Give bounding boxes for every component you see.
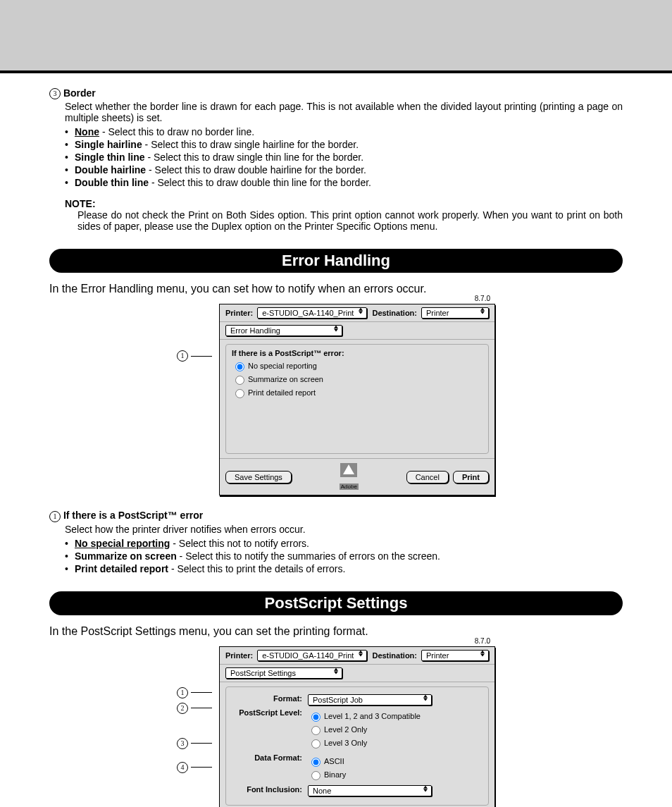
ps-callout-4: 4 — [177, 760, 212, 775]
radio-input[interactable] — [311, 758, 321, 767]
radio-binary[interactable]: Binary — [308, 769, 483, 780]
dialog-version: 8.7.0 — [475, 637, 490, 645]
cancel-button[interactable]: Cancel — [406, 471, 449, 483]
list-item: Double hairline - Select this to draw do… — [65, 164, 623, 175]
menu-select[interactable]: PostScript Settings — [225, 667, 342, 679]
destination-select[interactable]: Printer — [421, 307, 489, 319]
print-button[interactable]: Print — [453, 471, 489, 483]
radio-input[interactable] — [311, 771, 321, 780]
error-item-desc: Select how the printer driver notifies w… — [65, 524, 623, 535]
radio-input[interactable] — [235, 362, 244, 371]
error-group-label: If there is a PostScript™ error: — [232, 349, 483, 357]
border-desc: Select whether the border line is drawn … — [65, 101, 623, 123]
radio-level-2[interactable]: Level 2 Only — [308, 724, 483, 735]
radio-print-detail[interactable]: Print detailed report — [232, 387, 483, 398]
ps-callout-2: 2 — [177, 701, 212, 715]
destination-label: Destination: — [372, 309, 417, 317]
error-dialog: 8.7.0 Printer: e-STUDIO_GA-1140_Print De… — [219, 304, 495, 495]
radio-input[interactable] — [235, 376, 244, 385]
fontinc-select[interactable]: None — [308, 785, 432, 796]
destination-select[interactable]: Printer — [421, 650, 489, 661]
radio-input[interactable] — [235, 389, 244, 398]
ps-callout-1: 1 — [177, 686, 212, 700]
callout-1-marker: 1 — [177, 349, 212, 363]
list-item: Summarize on screen - Select this to not… — [65, 550, 623, 562]
save-settings-button[interactable]: Save Settings — [225, 471, 292, 483]
border-list: None - Select this to draw no border lin… — [49, 126, 623, 188]
adobe-logo: Adobe — [340, 463, 359, 491]
list-item: None - Select this to draw no border lin… — [65, 126, 623, 137]
list-item: No special reporting - Select this not t… — [65, 538, 623, 549]
list-item: Single hairline - Select this to draw si… — [65, 139, 623, 150]
printer-label: Printer: — [225, 651, 253, 660]
list-item: Single thin line - Select this to draw s… — [65, 152, 623, 163]
note-label: NOTE: — [65, 198, 623, 209]
error-item-title: If there is a PostScript™ error — [63, 510, 203, 521]
ps-callout-3: 3 — [177, 737, 212, 751]
list-item: Double thin line - Select this to draw d… — [65, 177, 623, 188]
radio-input[interactable] — [311, 739, 321, 749]
radio-level-3[interactable]: Level 3 Only — [308, 737, 483, 749]
dataformat-label: Data Format: — [232, 753, 308, 762]
radio-input[interactable] — [311, 713, 321, 722]
dialog-version: 8.7.0 — [475, 295, 490, 302]
error-intro: In the Error Handling menu, you can set … — [49, 283, 623, 295]
menu-select[interactable]: Error Handling — [225, 325, 342, 336]
destination-label: Destination: — [372, 651, 417, 660]
radio-input[interactable] — [311, 726, 321, 735]
error-item: 1 If there is a PostScript™ error Select… — [49, 510, 623, 574]
fontinc-label: Font Inclusion: — [232, 785, 308, 794]
format-select[interactable]: PostScript Job — [308, 694, 432, 706]
ps-dialog: 8.7.0 Printer: e-STUDIO_GA-1140_Print De… — [219, 646, 495, 807]
printer-select[interactable]: e-STUDIO_GA-1140_Print — [257, 307, 367, 319]
error-handling-banner: Error Handling — [49, 249, 623, 273]
header-bar — [0, 0, 672, 73]
callout-1: 1 — [49, 511, 61, 522]
border-section: 3 Border Select whether the border line … — [49, 87, 623, 232]
border-title: Border — [63, 87, 96, 99]
postscript-banner: PostScript Settings — [49, 591, 623, 615]
radio-no-special[interactable]: No special reporting — [232, 360, 483, 371]
printer-label: Printer: — [225, 309, 253, 317]
radio-ascii[interactable]: ASCII — [308, 756, 483, 767]
callout-3: 3 — [49, 88, 61, 99]
radio-summarize[interactable]: Summarize on screen — [232, 374, 483, 385]
radio-level-123[interactable]: Level 1, 2 and 3 Compatible — [308, 710, 483, 722]
ps-intro: In the PostScript Settings menu, you can… — [49, 625, 623, 638]
pslevel-label: PostScript Level: — [232, 708, 308, 717]
note-body: Please do not check the Print on Both Si… — [77, 209, 623, 232]
list-item: Print detailed report - Select this to p… — [65, 563, 623, 574]
format-label: Format: — [232, 694, 308, 703]
printer-select[interactable]: e-STUDIO_GA-1140_Print — [257, 650, 367, 661]
error-item-list: No special reporting - Select this not t… — [49, 538, 623, 574]
